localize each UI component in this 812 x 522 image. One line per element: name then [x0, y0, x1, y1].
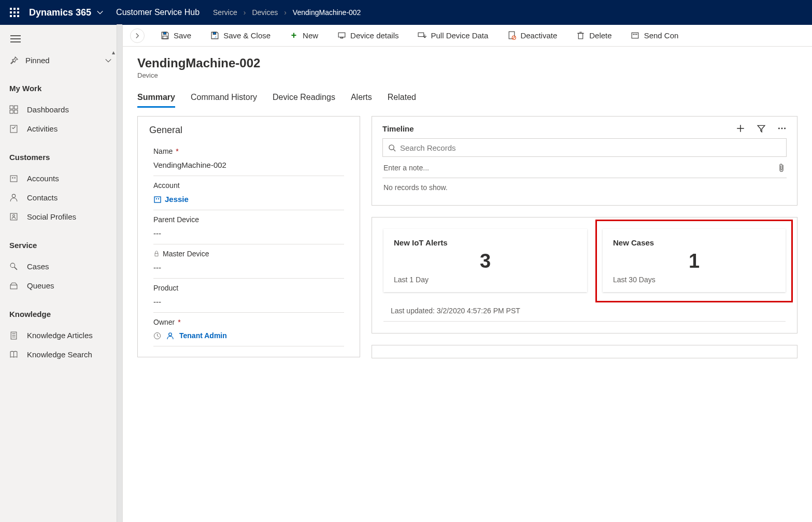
- waffle-menu[interactable]: [6, 4, 23, 21]
- clock-icon: [153, 332, 161, 340]
- stat-card-cases[interactable]: New Cases 1 Last 30 Days: [603, 229, 786, 292]
- chevron-right-icon: ›: [284, 8, 287, 17]
- delete-icon: [576, 31, 585, 40]
- back-button[interactable]: [130, 28, 145, 43]
- sidebar-item-contacts[interactable]: Contacts: [0, 188, 122, 207]
- field-owner[interactable]: Owner* Tenant Admin: [153, 313, 344, 346]
- svg-point-48: [781, 128, 783, 129]
- required-indicator: *: [176, 147, 178, 155]
- breadcrumb-current: VendingMachine-002: [293, 8, 361, 17]
- note-placeholder: Enter a note...: [383, 164, 778, 172]
- owner-link[interactable]: Tenant Admin: [153, 331, 344, 340]
- breadcrumb-item[interactable]: Devices: [252, 8, 278, 17]
- sidebar-resize-handle[interactable]: [117, 24, 122, 522]
- timeline-more-button[interactable]: [777, 124, 787, 133]
- attach-icon[interactable]: [778, 163, 786, 172]
- nav-section-title: Service: [0, 241, 122, 250]
- sidebar-hamburger[interactable]: [0, 35, 122, 52]
- svg-rect-42: [155, 253, 158, 256]
- social-icon: [9, 212, 20, 221]
- sidebar-item-activities[interactable]: Activities: [0, 119, 122, 138]
- stat-value: 1: [613, 250, 775, 272]
- timeline-search[interactable]: [382, 138, 787, 157]
- plus-icon: +: [289, 30, 298, 41]
- breadcrumb-item[interactable]: Service: [213, 8, 237, 17]
- field-name[interactable]: Name* VendingMachine-002: [153, 142, 344, 176]
- sidebar-item-knowledge-articles[interactable]: Knowledge Articles: [0, 326, 122, 345]
- filter-icon: [757, 124, 766, 133]
- svg-point-36: [633, 34, 634, 35]
- tab-device-readings[interactable]: Device Readings: [273, 90, 335, 108]
- app-name[interactable]: Customer Service Hub: [116, 8, 200, 17]
- svg-point-37: [635, 34, 636, 35]
- tab-summary[interactable]: Summary: [137, 90, 175, 108]
- svg-point-11: [12, 194, 15, 197]
- product-value[interactable]: ---: [153, 297, 344, 306]
- nav-label: Accounts: [27, 174, 59, 183]
- svg-rect-24: [213, 32, 216, 34]
- sidebar-item-social[interactable]: Social Profiles: [0, 207, 122, 226]
- timeline-add-button[interactable]: [736, 124, 745, 133]
- field-master-device[interactable]: Master Device ---: [153, 244, 344, 279]
- pull-icon: [418, 31, 427, 40]
- parent-value[interactable]: ---: [153, 229, 344, 238]
- tab-alerts[interactable]: Alerts: [351, 90, 372, 108]
- note-input-row[interactable]: Enter a note...: [382, 157, 787, 178]
- timeline-filter-button[interactable]: [757, 124, 766, 133]
- save-button[interactable]: Save: [155, 28, 196, 43]
- svg-line-15: [15, 267, 17, 270]
- top-nav: Dynamics 365 Customer Service Hub Servic…: [0, 0, 812, 25]
- stats-panel: New IoT Alerts 3 Last 1 Day New Cases 1 …: [372, 217, 797, 334]
- svg-rect-6: [15, 110, 18, 113]
- stat-value: 3: [394, 250, 577, 272]
- send-button[interactable]: Send Con: [625, 28, 684, 43]
- stat-subtitle: Last 30 Days: [613, 276, 775, 284]
- pull-data-button[interactable]: Pull Device Data: [412, 28, 494, 43]
- svg-point-49: [784, 128, 786, 129]
- nav-label: Knowledge Search: [27, 350, 92, 359]
- svg-rect-3: [10, 106, 13, 109]
- new-button[interactable]: + New: [284, 27, 323, 44]
- svg-point-38: [636, 34, 637, 35]
- next-panel: [372, 345, 797, 358]
- pin-icon: [10, 56, 18, 64]
- caret-up-icon[interactable]: ▴: [112, 49, 115, 56]
- stat-title: New Cases: [613, 238, 775, 247]
- svg-rect-9: [12, 177, 13, 178]
- sidebar-item-cases[interactable]: Cases: [0, 257, 122, 276]
- tab-command-history[interactable]: Command History: [191, 90, 257, 108]
- device-details-button[interactable]: Device details: [332, 28, 404, 43]
- svg-rect-4: [15, 106, 18, 109]
- field-account[interactable]: Account Jessie: [153, 176, 344, 210]
- svg-rect-26: [338, 33, 345, 37]
- account-link[interactable]: Jessie: [153, 195, 344, 204]
- cases-icon: [9, 262, 20, 271]
- svg-rect-28: [418, 33, 424, 36]
- sidebar-item-knowledge-search[interactable]: Knowledge Search: [0, 345, 122, 364]
- sidebar-item-queues[interactable]: Queues: [0, 276, 122, 295]
- contacts-icon: [9, 193, 20, 202]
- field-product[interactable]: Product ---: [153, 279, 344, 313]
- delete-button[interactable]: Delete: [571, 28, 617, 43]
- tab-related[interactable]: Related: [388, 90, 416, 108]
- master-value: ---: [153, 263, 344, 272]
- pinned-section[interactable]: ▴ Pinned: [0, 52, 122, 69]
- sidebar-item-accounts[interactable]: Accounts: [0, 169, 122, 188]
- svg-rect-8: [10, 176, 17, 182]
- brand-name[interactable]: Dynamics 365: [29, 7, 91, 18]
- lock-icon: [153, 251, 160, 257]
- timeline-heading: Timeline: [382, 124, 736, 133]
- field-parent-device[interactable]: Parent Device ---: [153, 210, 344, 244]
- deactivate-button[interactable]: Deactivate: [502, 28, 562, 43]
- save-close-button[interactable]: ↗ Save & Close: [205, 28, 276, 43]
- pinned-label: Pinned: [25, 56, 105, 65]
- nav-label: Dashboards: [27, 105, 69, 114]
- brand-switcher[interactable]: [96, 9, 104, 16]
- account-icon: [153, 195, 162, 204]
- stat-card-alerts[interactable]: New IoT Alerts 3 Last 1 Day: [383, 229, 587, 292]
- nav-section-title: My Work: [0, 84, 122, 93]
- svg-rect-41: [158, 198, 159, 199]
- name-value[interactable]: VendingMachine-002: [153, 161, 344, 169]
- timeline-search-input[interactable]: [400, 143, 781, 152]
- sidebar-item-dashboards[interactable]: Dashboards: [0, 100, 122, 119]
